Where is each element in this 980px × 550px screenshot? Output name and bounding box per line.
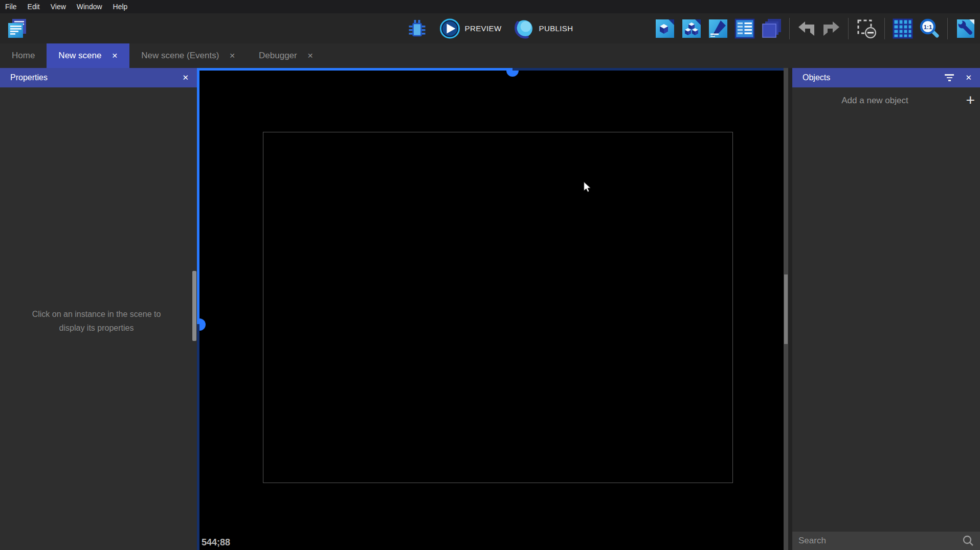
canvas-vertical-scrollbar[interactable] [784, 68, 788, 550]
bug-icon [407, 18, 428, 39]
project-manager-icon [7, 17, 28, 39]
panel-title: Properties [10, 73, 48, 82]
zoom-one-to-one-icon: 1:1 [919, 18, 940, 39]
publish-label: PUBLISH [539, 24, 573, 33]
instances-list-button[interactable] [681, 18, 702, 39]
tab-debugger[interactable]: Debugger ✕ [247, 43, 325, 68]
objects-panel-header: Objects ✕ [792, 68, 980, 87]
close-icon[interactable]: ✕ [182, 73, 189, 82]
toolbar-center-group: PREVIEW PUBLISH [407, 13, 573, 43]
scene-canvas[interactable]: 544;88 [197, 68, 784, 550]
properties-panel: Properties ✕ Click on an instance in the… [0, 68, 197, 550]
objects-panel: Objects ✕ Add a new object + [792, 68, 980, 550]
menu-bar: File Edit View Window Help [0, 0, 980, 13]
search-input[interactable] [798, 536, 963, 546]
menu-file[interactable]: File [5, 3, 17, 11]
objects-search-bar [792, 532, 980, 550]
edit-selection-mask-button[interactable] [856, 18, 877, 39]
close-icon[interactable]: ✕ [307, 52, 314, 60]
object-icon [655, 18, 675, 39]
toolbar-divider [848, 18, 849, 39]
mouse-cursor-icon [582, 181, 593, 193]
game-window-bounds [263, 132, 733, 483]
app-root: File Edit View Window Help [0, 0, 980, 550]
publish-globe-icon [514, 18, 534, 39]
close-icon[interactable]: ✕ [965, 73, 972, 82]
selection-mask-icon [856, 18, 877, 39]
layers-button[interactable] [761, 18, 782, 39]
preview-label: PREVIEW [465, 24, 502, 33]
publish-button[interactable]: PUBLISH [514, 18, 573, 39]
wrench-icon [955, 18, 976, 39]
left-panel-drag-handle[interactable] [199, 318, 206, 331]
tab-label: New scene (Events) [141, 51, 219, 61]
tab-new-scene[interactable]: New scene ✕ [47, 43, 129, 68]
edit-scene-button[interactable] [708, 18, 728, 39]
layers-icon [761, 18, 782, 39]
undo-arrow-icon [797, 20, 816, 37]
scene-settings-button[interactable] [955, 18, 976, 39]
instances-icon [681, 18, 702, 39]
zoom-icon-label: 1:1 [924, 24, 932, 30]
tab-label: Debugger [259, 51, 297, 61]
properties-empty-message: Click on an instance in the scene to dis… [0, 307, 193, 335]
debugger-button[interactable] [407, 18, 428, 39]
tab-new-scene-events[interactable]: New scene (Events) ✕ [129, 43, 247, 68]
close-icon[interactable]: ✕ [112, 52, 118, 60]
close-icon[interactable]: ✕ [229, 52, 235, 60]
add-object-toolbar-button[interactable] [655, 18, 675, 39]
toggle-grid-button[interactable] [893, 18, 913, 39]
preview-button[interactable]: PREVIEW [440, 18, 502, 39]
filter-icon[interactable] [945, 74, 954, 81]
top-panel-drag-handle[interactable] [506, 71, 519, 77]
tab-home[interactable]: Home [0, 43, 47, 68]
properties-scrollbar[interactable] [192, 271, 196, 341]
toolbar-right-group: 1:1 [655, 13, 976, 43]
menu-view[interactable]: View [51, 3, 66, 11]
properties-panel-header: Properties ✕ [0, 68, 197, 87]
canvas-top-border [197, 68, 784, 71]
editor-tabbar: Home New scene ✕ New scene (Events) ✕ De… [0, 43, 980, 68]
play-icon [440, 18, 460, 39]
tab-label: Home [12, 51, 35, 61]
cursor-coordinates: 544;88 [202, 537, 230, 548]
add-object-row[interactable]: Add a new object + [792, 87, 980, 114]
project-manager-button[interactable] [7, 17, 28, 39]
toolbar-divider [884, 18, 885, 39]
main-area: Properties ✕ Click on an instance in the… [0, 68, 980, 550]
redo-button[interactable] [822, 20, 840, 37]
undo-button[interactable] [797, 20, 816, 37]
add-object-label: Add a new object [792, 96, 957, 106]
toolbar-divider [789, 18, 790, 39]
main-toolbar: PREVIEW PUBLISH [0, 13, 980, 43]
menu-window[interactable]: Window [77, 3, 102, 11]
scrollbar-thumb[interactable] [784, 274, 788, 344]
menu-help[interactable]: Help [113, 3, 128, 11]
pencil-icon [708, 18, 728, 39]
list-icon [734, 18, 755, 39]
panel-title: Objects [803, 73, 830, 82]
canvas-left-border [197, 68, 199, 550]
grid-icon [893, 18, 913, 39]
plus-icon[interactable]: + [966, 91, 975, 109]
redo-arrow-icon [822, 20, 840, 37]
search-icon [963, 535, 974, 546]
menu-edit[interactable]: Edit [28, 3, 40, 11]
tab-label: New scene [58, 51, 101, 61]
scene-properties-button[interactable] [734, 18, 755, 39]
zoom-reset-button[interactable]: 1:1 [919, 18, 940, 39]
toolbar-divider [947, 18, 948, 39]
